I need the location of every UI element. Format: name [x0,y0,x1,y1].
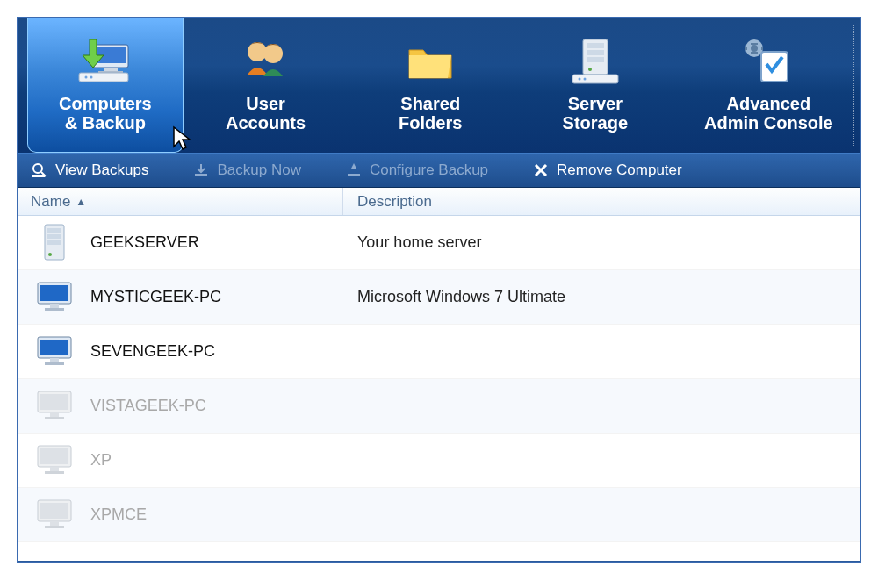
svg-rect-39 [45,308,64,311]
list-item[interactable]: XPMCE [18,488,860,542]
tool-label: Backup Now [217,161,300,179]
tab-user-accounts[interactable]: User Accounts [184,18,349,153]
computers-backup-icon [74,32,137,89]
item-name: MYSTICGEEK-PC [90,288,221,306]
tab-label: Advanced Admin Console [704,94,833,133]
monitor-off-icon [34,386,75,427]
tab-label-line1: Advanced [704,94,833,113]
svg-point-24 [33,164,42,173]
tab-computers-backup[interactable]: Computers & Backup [27,18,184,153]
tool-label: Remove Computer [557,161,682,179]
advanced-admin-icon [737,32,800,89]
tool-label: View Backups [55,161,148,179]
svg-point-15 [578,78,580,81]
svg-rect-26 [32,175,45,177]
tab-label-line2: Admin Console [704,113,833,133]
view-backups-button[interactable]: View Backups [31,161,148,179]
svg-rect-53 [40,503,68,519]
list-header: Name ▲ Description [18,188,860,216]
column-header-name[interactable]: Name ▲ [18,188,343,215]
svg-rect-54 [50,521,59,526]
configure-backup-button: Configure Backup [345,161,488,179]
svg-rect-43 [45,362,64,365]
tab-label: User Accounts [226,94,306,133]
svg-rect-10 [587,43,604,48]
tab-shared-folders[interactable]: Shared Folders [348,18,513,153]
item-name: XP [90,451,112,470]
server-icon [34,223,75,263]
tab-label-line1: User [226,94,306,113]
tool-label: Configure Backup [370,161,488,179]
svg-rect-27 [195,174,207,176]
svg-rect-32 [47,228,61,233]
tab-label-line1: Computers [59,94,152,113]
backup-now-icon [192,161,210,179]
svg-rect-22 [761,47,763,50]
shared-folders-icon [399,32,462,89]
tab-server-storage[interactable]: Server Storage [513,18,678,153]
svg-rect-37 [40,285,68,301]
list-item[interactable]: SEVENGEEK-PC [18,325,860,379]
svg-point-8 [263,44,283,63]
svg-point-13 [588,68,592,71]
action-toolbar: View Backups Backup Now Configure Backup… [18,153,860,188]
svg-rect-51 [45,471,64,474]
tab-label: Computers & Backup [59,94,152,133]
svg-rect-47 [45,417,64,419]
tab-label-line2: & Backup [59,113,152,133]
svg-point-18 [751,45,758,52]
svg-rect-46 [50,412,59,417]
tab-label: Server Storage [563,94,628,133]
svg-point-6 [90,76,92,79]
svg-point-35 [48,253,52,256]
svg-rect-12 [587,57,604,62]
tab-label-line1: Server [563,94,628,113]
monitor-icon [34,332,75,372]
svg-rect-28 [348,174,360,176]
svg-rect-45 [40,394,68,410]
item-name: GEEKSERVER [90,233,199,252]
monitor-icon [34,277,75,318]
sort-asc-icon: ▲ [76,196,86,208]
svg-rect-42 [50,358,59,362]
list-item[interactable]: MYSTICGEEK-PC Microsoft Windows 7 Ultima… [18,270,860,325]
list-item[interactable]: VISTAGEEK-PC [18,379,860,434]
column-header-description[interactable]: Description [343,188,860,215]
svg-rect-11 [587,50,604,55]
item-name: XPMCE [90,506,147,524]
column-label: Name [31,193,70,211]
monitor-off-icon [34,441,75,481]
item-description: Microsoft Windows 7 Ultimate [343,288,860,306]
list-item[interactable]: GEEKSERVER Your home server [18,216,860,270]
svg-rect-34 [47,240,61,245]
monitor-off-icon [34,495,75,535]
remove-icon [532,161,550,179]
svg-rect-20 [751,52,758,54]
view-backups-icon [31,161,48,179]
tab-label-line2: Storage [563,113,628,133]
server-storage-icon [564,32,627,89]
svg-point-16 [583,78,586,81]
user-accounts-icon [234,32,298,89]
svg-rect-21 [745,47,747,50]
tab-advanced-admin-console[interactable]: Advanced Admin Console [678,18,860,153]
svg-rect-50 [50,467,59,471]
svg-rect-49 [40,448,68,464]
tab-label-line2: Accounts [226,113,306,133]
configure-backup-icon [345,161,363,179]
remove-computer-button[interactable]: Remove Computer [532,161,682,179]
svg-rect-19 [751,43,758,45]
tab-label-line1: Shared [399,94,462,113]
svg-rect-2 [104,68,118,71]
column-label: Description [357,193,432,211]
svg-point-5 [84,76,87,79]
tab-label: Shared Folders [399,94,462,133]
svg-rect-33 [47,234,61,239]
item-name: VISTAGEEK-PC [90,397,206,415]
item-description: Your home server [343,233,860,252]
tab-label-line2: Folders [399,113,462,133]
home-server-console: Computers & Backup User Accounts [18,18,860,562]
main-nav: Computers & Backup User Accounts [18,18,860,153]
list-item[interactable]: XP [18,434,860,488]
backup-now-button: Backup Now [192,161,300,179]
